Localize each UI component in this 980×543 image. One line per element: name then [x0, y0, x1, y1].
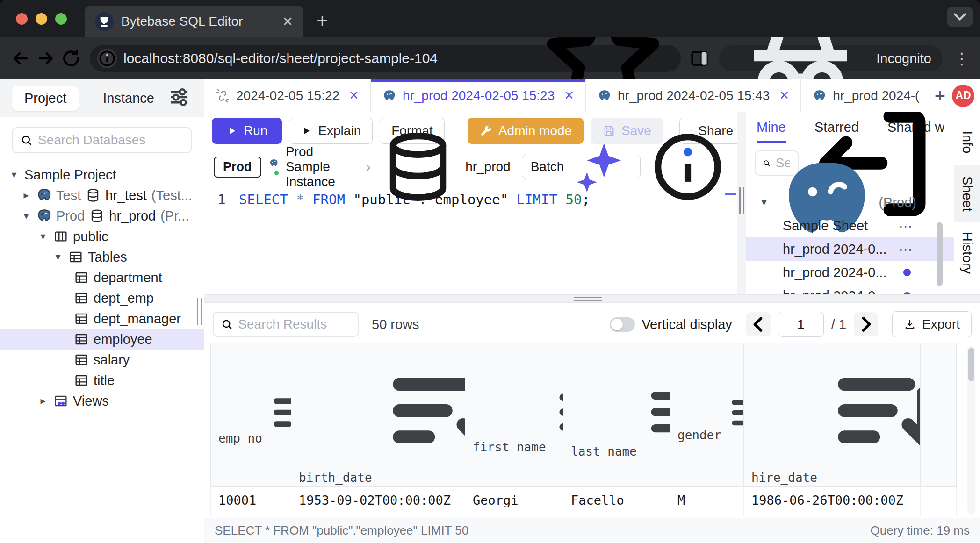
export-button[interactable]: Export: [892, 311, 972, 337]
column-header-gender[interactable]: gender: [670, 343, 744, 487]
window-minimize-button[interactable]: [36, 13, 47, 25]
sheet-item-clipped-bottom[interactable]: hr_prod 2024-0: [746, 284, 954, 294]
tree-item-department[interactable]: department: [0, 267, 204, 288]
tree-item-employee[interactable]: employee: [0, 329, 204, 350]
sort-icon[interactable]: [550, 374, 563, 456]
new-tab-button[interactable]: +: [317, 11, 328, 31]
database-search-input[interactable]: [38, 133, 183, 148]
sort-icon[interactable]: [376, 343, 465, 486]
caret-down-icon[interactable]: ▾: [52, 251, 64, 263]
column-header-birth-date[interactable]: birth_date: [291, 343, 465, 487]
sheet-tab-3[interactable]: hr_prod 2024-02-05 15:43 ✕: [586, 79, 801, 112]
caret-right-icon[interactable]: ▸: [37, 395, 49, 407]
tree-item-views[interactable]: ▸ Views: [0, 391, 204, 411]
tree-item-hr-test[interactable]: ▸ Test hr_test (Test...: [0, 185, 204, 206]
query-results-panel: 50 rows Vertical display / 1 Export: [204, 303, 980, 518]
sheet-item-menu-icon[interactable]: ⋯: [899, 218, 914, 234]
window-controls: [16, 13, 67, 25]
browser-window: Bytebase SQL Editor ✕ + localhost:8080/s…: [0, 0, 980, 543]
vertical-display-toggle[interactable]: [610, 317, 635, 332]
cell: Bezalel: [465, 514, 563, 517]
user-avatar[interactable]: AD: [952, 85, 974, 107]
tab-project[interactable]: Project: [12, 86, 79, 111]
results-scrollbar-thumb[interactable]: [968, 348, 974, 381]
caret-down-icon[interactable]: ▾: [8, 169, 20, 181]
sort-icon[interactable]: [641, 370, 670, 460]
admin-mode-button[interactable]: Admin mode: [468, 118, 584, 144]
close-tab-icon[interactable]: ✕: [564, 88, 574, 103]
sheet-list-scrollbar[interactable]: [937, 222, 943, 286]
tab-history[interactable]: History: [954, 222, 980, 284]
tree-item-hr-prod[interactable]: ▾ Prod hr_prod (Pr...: [0, 206, 204, 226]
column-header-last-name[interactable]: last_name: [563, 343, 670, 487]
address-bar[interactable]: localhost:8080/sql-editor/sheet/project-…: [90, 45, 681, 72]
tree-item-tables[interactable]: ▾ Tables: [0, 247, 204, 267]
window-close-button[interactable]: [16, 13, 28, 25]
browser-tab[interactable]: Bytebase SQL Editor ✕: [85, 6, 303, 37]
instance-name[interactable]: Prod Sample Instance: [286, 144, 359, 189]
sheet-item-unsaved[interactable]: hr_prod 2024-0...: [746, 261, 954, 284]
sql-code-editor[interactable]: 1 SELECT * FROM "public"."employee" LIMI…: [204, 184, 737, 294]
sort-icon[interactable]: [266, 383, 291, 447]
tree-item-public-schema[interactable]: ▾ public: [0, 226, 204, 247]
panel-resize-handle[interactable]: [737, 112, 746, 294]
window-zoom-button[interactable]: [55, 13, 67, 25]
caret-down-icon[interactable]: ▾: [758, 196, 770, 208]
tree-item-title[interactable]: title: [0, 370, 204, 391]
sheet-tab-1[interactable]: 2024-02-05 15:22 ✕: [204, 79, 371, 112]
tree-item-dept-manager[interactable]: dept_manager: [0, 308, 204, 329]
sheet-item-sample-sheet[interactable]: Sample Sheet ⋯: [746, 214, 954, 237]
next-page-button[interactable]: [854, 312, 878, 336]
caret-down-icon[interactable]: ▾: [21, 210, 32, 222]
close-tab-icon[interactable]: ✕: [779, 88, 789, 103]
results-search-input[interactable]: [238, 317, 350, 332]
search-icon: [21, 134, 32, 147]
tab-sheet[interactable]: Sheet: [954, 165, 980, 222]
batch-mode-button[interactable]: Batch: [522, 155, 641, 179]
sheet-tab-2-active[interactable]: hr_prod 2024-02-05 15:23 ✕: [371, 79, 586, 112]
sort-icon[interactable]: [725, 386, 744, 444]
sheet-tab-4[interactable]: hr_prod 2024-(: [801, 79, 928, 112]
back-icon[interactable]: [10, 48, 31, 69]
tab-search-chevron-button[interactable]: [947, 7, 973, 27]
run-button[interactable]: Run: [212, 118, 282, 144]
sheet-item-selected[interactable]: hr_prod 2024-0... ⋯: [746, 237, 954, 261]
url-text[interactable]: localhost:8080/sql-editor/sheet/project-…: [123, 50, 526, 66]
tree-item-dept-emp[interactable]: dept_emp: [0, 288, 204, 308]
filter-settings-icon[interactable]: [166, 85, 192, 112]
tree-item-salary[interactable]: salary: [0, 350, 204, 370]
page-number-input[interactable]: [778, 312, 824, 337]
caret-down-icon[interactable]: ▾: [37, 230, 49, 243]
schema-name: public: [73, 229, 108, 244]
sql-code-line[interactable]: SELECT * FROM "public"."employee" LIMIT …: [239, 184, 590, 294]
editor-minimap[interactable]: [724, 189, 737, 294]
sheet-item-menu-icon[interactable]: ⋯: [899, 241, 914, 257]
site-info-icon[interactable]: [97, 49, 117, 68]
browser-menu-icon[interactable]: ⋮: [954, 49, 970, 68]
database-search[interactable]: [12, 127, 192, 153]
database-name[interactable]: hr_prod: [465, 159, 511, 174]
sort-icon[interactable]: [821, 343, 921, 486]
column-header-emp-no[interactable]: emp_no: [211, 343, 291, 487]
caret-right-icon[interactable]: ▸: [21, 189, 32, 201]
side-panel-icon[interactable]: [689, 48, 710, 69]
column-header-hire-date[interactable]: hire_date: [744, 343, 921, 487]
schema-icon: [53, 229, 68, 244]
results-scrollbar-track[interactable]: [967, 346, 975, 514]
sidebar-resize-handle[interactable]: [197, 298, 202, 325]
new-sheet-tab-button[interactable]: +: [928, 86, 952, 105]
tab-instance[interactable]: Instance: [91, 86, 166, 111]
tab-info[interactable]: Info: [954, 119, 980, 165]
tab-mine[interactable]: Mine: [757, 120, 786, 143]
column-header-first-name[interactable]: first_name: [465, 343, 563, 487]
close-tab-icon[interactable]: ✕: [349, 88, 359, 103]
results-resize-divider[interactable]: [204, 294, 980, 303]
sheet-group-hr-prod[interactable]: ▾ (Prod) hr_prod: [746, 191, 954, 214]
results-search[interactable]: [213, 312, 359, 337]
forward-icon[interactable]: [36, 48, 56, 69]
browser-tab-close-icon[interactable]: ✕: [282, 14, 293, 29]
reload-icon[interactable]: [61, 48, 81, 69]
prev-page-button[interactable]: [746, 312, 771, 336]
explain-button[interactable]: Explain: [289, 118, 373, 144]
tree-item-project[interactable]: ▾ Sample Project: [0, 164, 204, 185]
